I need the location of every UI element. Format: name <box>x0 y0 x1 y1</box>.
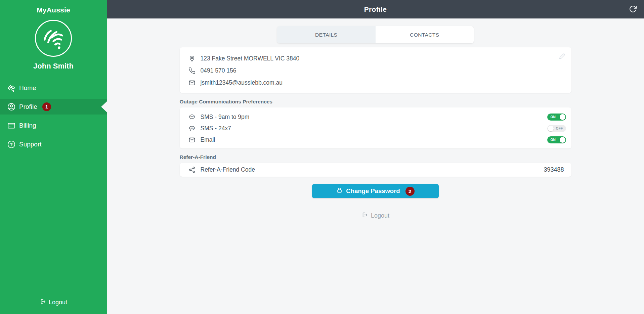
location-pin-icon <box>188 55 196 62</box>
page-title: Profile <box>364 5 387 13</box>
aussie-squiggle-icon <box>7 83 16 93</box>
top-header: Profile <box>107 0 644 18</box>
toggle-sms-24x7[interactable]: OFF <box>547 125 566 132</box>
refer-code-value: 393488 <box>544 166 564 173</box>
email-row: jsmith12345@aussiebb.com.au <box>180 77 571 89</box>
sidebar-item-profile[interactable]: Profile 1 <box>0 99 107 115</box>
logout-label: Logout <box>371 212 389 219</box>
outage-preferences-title: Outage Communications Preferences <box>180 99 571 105</box>
tab-details[interactable]: DETAILS <box>277 26 376 43</box>
envelope-icon <box>188 136 196 143</box>
refer-a-friend-title: Refer-A-Friend <box>180 154 571 160</box>
email-value: jsmith12345@aussiebb.com.au <box>201 79 283 86</box>
svg-text:SMS: SMS <box>190 127 194 129</box>
refer-code-label: Refer-A-Friend Code <box>201 166 255 173</box>
toggle-email[interactable]: ON <box>547 136 566 143</box>
logout-icon <box>361 212 368 220</box>
phone-row: 0491 570 156 <box>180 64 571 77</box>
credit-card-icon <box>7 121 16 130</box>
sidebar-logout-button[interactable]: Logout <box>0 298 107 307</box>
sidebar-item-home[interactable]: Home <box>0 80 107 96</box>
contact-details-card: 123 Fake Street MORWELL VIC 3840 0491 57… <box>180 47 571 93</box>
refresh-icon[interactable] <box>629 5 638 14</box>
person-circle-icon <box>7 102 16 111</box>
toggle-knob <box>560 114 565 120</box>
sidebar-item-label: Billing <box>19 122 36 129</box>
phone-value: 0491 570 156 <box>201 67 237 74</box>
toggle-knob <box>560 137 565 143</box>
sidebar-logout-label: Logout <box>49 299 67 306</box>
outage-preferences-card: SMS SMS - 9am to 9pm ON SMS SMS - 24x7 O… <box>180 107 571 148</box>
pref-label: SMS - 9am to 9pm <box>201 114 250 121</box>
tab-bar: DETAILS CONTACTS <box>277 26 474 43</box>
share-nodes-icon <box>188 166 196 174</box>
lock-icon <box>336 187 343 195</box>
question-circle-icon: ? <box>7 140 16 149</box>
svg-text:SMS: SMS <box>190 116 194 118</box>
app-title: MyAussie <box>0 0 107 14</box>
annotation-badge-2: 2 <box>405 187 415 196</box>
pref-row-sms-day: SMS SMS - 9am to 9pm ON <box>180 111 571 123</box>
pencil-icon[interactable] <box>558 52 566 60</box>
change-password-label: Change Password <box>346 187 400 195</box>
pref-label: Email <box>201 136 215 143</box>
logout-button[interactable]: Logout <box>107 212 644 220</box>
toggle-sms-day[interactable]: ON <box>547 114 566 121</box>
sms-bubble-icon: SMS <box>188 125 196 132</box>
main-content: DETAILS CONTACTS 123 Fake Street MORWELL… <box>107 18 644 314</box>
pref-label: SMS - 24x7 <box>201 125 231 132</box>
sidebar-item-label: Profile <box>19 103 37 110</box>
sidebar-nav: Home Profile 1 Billing <box>0 80 107 152</box>
sidebar: MyAussie John Smith Home <box>0 0 107 314</box>
sidebar-item-support[interactable]: ? Support <box>0 137 107 152</box>
toggle-knob <box>548 126 554 131</box>
user-name: John Smith <box>0 62 107 71</box>
logout-icon <box>40 298 46 307</box>
address-row: 123 Fake Street MORWELL VIC 3840 <box>180 52 571 64</box>
address-value: 123 Fake Street MORWELL VIC 3840 <box>201 55 300 62</box>
sms-bubble-icon: SMS <box>188 113 196 121</box>
sidebar-item-label: Home <box>19 84 36 92</box>
pref-row-email: Email ON <box>180 134 571 145</box>
tab-contacts[interactable]: CONTACTS <box>376 26 474 43</box>
change-password-button[interactable]: Change Password 2 <box>312 184 439 198</box>
envelope-icon <box>188 79 196 86</box>
svg-text:?: ? <box>10 142 13 147</box>
avatar <box>35 20 72 57</box>
aussie-logo-icon <box>41 25 66 51</box>
refer-a-friend-card: Refer-A-Friend Code 393488 <box>180 163 571 177</box>
sidebar-item-label: Support <box>19 141 42 148</box>
phone-icon <box>188 67 196 74</box>
pref-row-sms-24x7: SMS SMS - 24x7 OFF <box>180 123 571 134</box>
sidebar-item-billing[interactable]: Billing <box>0 118 107 133</box>
annotation-badge-1: 1 <box>42 102 51 111</box>
